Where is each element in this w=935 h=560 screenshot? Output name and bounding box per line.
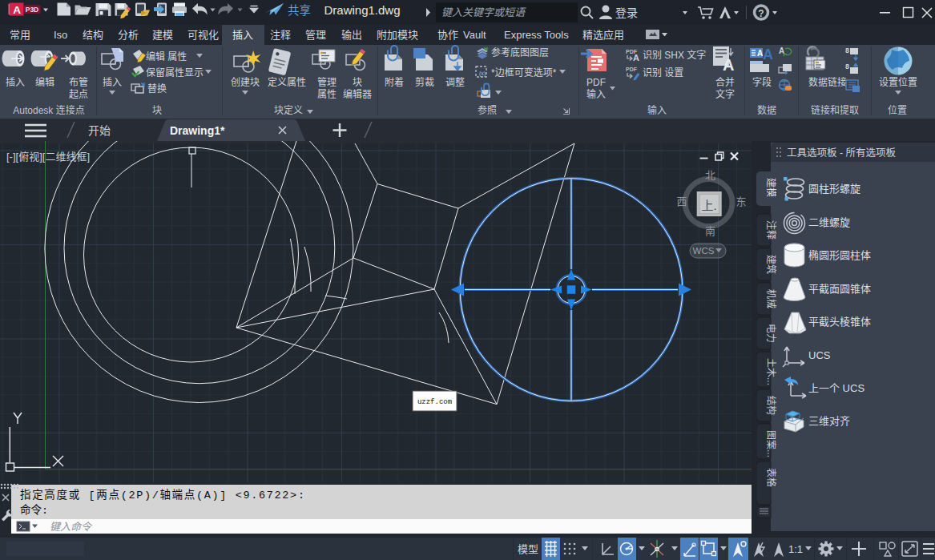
svg-text:表格: 表格 — [765, 468, 777, 487]
svg-text:编辑 属性: 编辑 属性 — [146, 50, 187, 62]
svg-text:数据: 数据 — [757, 104, 776, 116]
svg-text:创建块: 创建块 — [231, 77, 260, 88]
svg-text:键入命令: 键入命令 — [50, 521, 93, 533]
svg-text:文字: 文字 — [715, 88, 735, 100]
svg-text:布管: 布管 — [69, 76, 88, 88]
svg-text:管理: 管理 — [305, 29, 326, 41]
svg-text:A: A — [763, 46, 773, 62]
svg-text:Drawing1.dwg: Drawing1.dwg — [324, 3, 400, 17]
svg-text:A: A — [779, 46, 784, 55]
svg-text:A: A — [723, 56, 734, 74]
svg-text:注释: 注释 — [270, 29, 291, 41]
svg-text:西: 西 — [676, 195, 687, 207]
svg-text:P3D: P3D — [26, 6, 39, 14]
svg-text:二维螺旋: 二维螺旋 — [808, 216, 850, 228]
svg-text:附加模块: 附加模块 — [377, 29, 418, 41]
svg-text:北: 北 — [705, 169, 715, 181]
svg-text:Express Tools: Express Tools — [504, 29, 569, 41]
svg-text:编辑器: 编辑器 — [343, 88, 372, 100]
svg-text:定义属性: 定义属性 — [268, 76, 306, 88]
svg-text:插入: 插入 — [6, 77, 25, 88]
svg-text:Drawing1*: Drawing1* — [170, 124, 225, 137]
svg-text:合并: 合并 — [715, 76, 735, 88]
svg-text:开始: 开始 — [88, 124, 111, 137]
svg-text:管理: 管理 — [317, 76, 337, 88]
svg-text:建筑: 建筑 — [765, 255, 777, 274]
svg-text:块: 块 — [353, 77, 362, 88]
svg-text:圆柱形螺旋: 圆柱形螺旋 — [808, 183, 860, 195]
svg-text:登录: 登录 — [615, 6, 638, 19]
svg-text:剪裁: 剪裁 — [415, 76, 434, 88]
svg-text:起点: 起点 — [69, 89, 88, 100]
svg-text:链接和提取: 链接和提取 — [811, 104, 859, 116]
svg-text:命令:: 命令: — [20, 503, 48, 517]
svg-text:WCS: WCS — [693, 246, 715, 256]
svg-text:常用: 常用 — [10, 29, 30, 41]
svg-text:建模: 建模 — [152, 29, 173, 41]
svg-text:Iso: Iso — [54, 29, 67, 41]
svg-text:块: 块 — [152, 105, 162, 116]
svg-text:[-][俯视][二维线框]: [-][俯视][二维线框] — [6, 151, 90, 163]
svg-text:东: 东 — [736, 195, 746, 207]
svg-text:PDF: PDF — [586, 77, 606, 88]
svg-text:平截面圆锥体: 平截面圆锥体 — [808, 283, 871, 295]
svg-text:模型: 模型 — [518, 543, 538, 555]
svg-text:替换: 替换 — [147, 83, 167, 95]
svg-text:A: A — [13, 4, 21, 16]
svg-text:调整: 调整 — [445, 76, 465, 88]
svg-text:结构: 结构 — [83, 29, 103, 41]
svg-text:附着: 附着 — [385, 76, 404, 88]
svg-text:8: 8 — [845, 46, 849, 54]
svg-text:南: 南 — [705, 225, 715, 237]
svg-text:PDF: PDF — [626, 66, 638, 72]
svg-text:指定高度或 [两点(2P)/轴端点(A)] <9.6722>: 指定高度或 [两点(2P)/轴端点(A)] <9.6722>: — [20, 488, 304, 502]
svg-text:精选应用: 精选应用 — [582, 29, 624, 41]
svg-text:工具选项板 - 所有选项板: 工具选项板 - 所有选项板 — [787, 147, 897, 159]
svg-text:注释: 注释 — [765, 220, 777, 240]
svg-text:协作: 协作 — [437, 29, 458, 41]
svg-text:椭圆形圆柱体: 椭圆形圆柱体 — [808, 249, 871, 261]
svg-text:分析: 分析 — [118, 29, 139, 41]
svg-text:?: ? — [758, 8, 764, 19]
svg-text:参照: 参照 — [478, 104, 497, 116]
svg-text:识别 SHX 文字: 识别 SHX 文字 — [643, 49, 706, 61]
svg-text:Vault: Vault — [463, 29, 486, 41]
svg-text:块定义: 块定义 — [274, 104, 303, 116]
svg-text:(x): (x) — [479, 71, 486, 77]
svg-text:建模: 建模 — [765, 178, 776, 197]
svg-text:属性: 属性 — [317, 89, 337, 100]
svg-text:数据链接: 数据链接 — [808, 76, 847, 88]
svg-text:参考底图图层: 参考底图图层 — [491, 46, 549, 58]
svg-text:1:1: 1:1 — [788, 543, 803, 555]
svg-text:保留属性显示: 保留属性显示 — [146, 67, 204, 79]
svg-text:电力: 电力 — [765, 324, 776, 343]
svg-text:共享: 共享 — [288, 4, 311, 17]
svg-text:UCS: UCS — [808, 349, 831, 361]
svg-text:识别 设置: 识别 设置 — [643, 67, 683, 79]
svg-text:位置: 位置 — [888, 104, 907, 116]
svg-text:设置位置: 设置位置 — [879, 76, 917, 88]
svg-text:机械: 机械 — [765, 289, 777, 308]
svg-text:*边框可变选项*: *边框可变选项* — [491, 66, 557, 79]
svg-text:结构: 结构 — [765, 396, 777, 415]
svg-text:上一个 UCS: 上一个 UCS — [808, 382, 864, 394]
svg-text:输入: 输入 — [647, 104, 667, 116]
svg-text:三维对齐: 三维对齐 — [808, 415, 850, 427]
svg-text:输入: 输入 — [586, 88, 606, 100]
svg-text:输出: 输出 — [341, 29, 362, 41]
svg-text:键入关键字或短语: 键入关键字或短语 — [441, 6, 526, 18]
svg-text:可视化: 可视化 — [187, 29, 219, 41]
svg-text:A: A — [633, 53, 639, 62]
svg-text:平截头棱锥体: 平截头棱锥体 — [808, 316, 871, 328]
svg-text:编辑: 编辑 — [35, 76, 54, 88]
svg-text:Autodesk 连接点: Autodesk 连接点 — [13, 104, 84, 116]
svg-text:插入: 插入 — [103, 77, 122, 88]
svg-text:上.: 上. — [701, 199, 716, 212]
svg-text:土木...: 土木... — [765, 358, 776, 385]
svg-text:8: 8 — [845, 62, 849, 71]
svg-text:插入: 插入 — [232, 29, 253, 41]
svg-text:uzzf.com: uzzf.com — [417, 398, 452, 406]
svg-text:图案...: 图案... — [765, 430, 777, 457]
svg-text:字段: 字段 — [752, 76, 772, 88]
